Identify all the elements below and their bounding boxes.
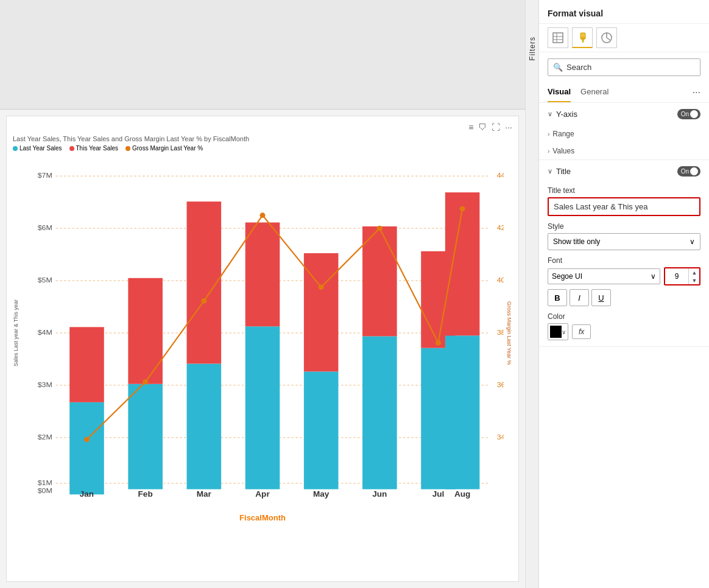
tab-general[interactable]: General: [580, 82, 608, 102]
svg-rect-28: [245, 222, 280, 326]
spin-buttons: ▲ ▼: [688, 268, 700, 284]
subsection-label-range: › Range: [548, 130, 574, 138]
svg-rect-29: [304, 371, 339, 489]
svg-point-44: [460, 206, 465, 212]
visual-general-tabs: Visual General ···: [539, 82, 709, 103]
svg-text:$5M: $5M: [38, 276, 52, 285]
svg-text:Aug: Aug: [454, 489, 470, 499]
chevron-right-values: ›: [548, 148, 549, 155]
tab-visual[interactable]: Visual: [548, 82, 571, 102]
toggle-circle-title: [690, 167, 698, 175]
spin-up-button[interactable]: ▲: [689, 268, 700, 276]
toggle-on-text-y-axis: On: [681, 111, 689, 117]
legend-label-lastyear: Last Year Sales: [19, 145, 62, 152]
svg-text:$0M: $0M: [38, 486, 52, 495]
svg-line-62: [607, 38, 610, 40]
bold-button[interactable]: B: [548, 289, 567, 306]
svg-text:44%: 44%: [497, 172, 504, 180]
chart-svg-wrapper: Sales Last year & This year $7M $6M $5M …: [13, 156, 512, 509]
svg-text:Apr: Apr: [255, 489, 269, 499]
svg-rect-30: [304, 253, 339, 371]
focus-icon[interactable]: ⛶: [492, 122, 500, 132]
title-text-input-wrapper: [548, 197, 700, 216]
hamburger-icon[interactable]: ≡: [468, 122, 473, 132]
subsection-range[interactable]: › Range: [539, 125, 709, 142]
subsection-values[interactable]: › Values: [539, 142, 709, 159]
values-label: Values: [552, 147, 574, 155]
chevron-down-color: ∨: [562, 329, 566, 335]
filters-panel: Filters: [525, 0, 538, 588]
legend-dot-lastyear: [13, 146, 18, 151]
y-axis-label: Y-axis: [556, 110, 577, 119]
table-icon-btn[interactable]: [548, 27, 568, 48]
svg-rect-27: [245, 326, 280, 489]
color-row: ∨ fx: [548, 323, 700, 340]
svg-rect-22: [69, 327, 104, 402]
search-input[interactable]: [566, 63, 695, 72]
font-label: Font: [548, 256, 700, 265]
svg-text:42%: 42%: [497, 224, 504, 233]
svg-point-39: [201, 298, 206, 304]
font-size-input[interactable]: [665, 269, 688, 284]
legend-item-lastyear: Last Year Sales: [13, 145, 62, 152]
svg-text:34%: 34%: [497, 433, 504, 441]
style-select[interactable]: Show title only ∨: [548, 233, 700, 250]
subsection-label-values: › Values: [548, 147, 574, 155]
search-icon: 🔍: [553, 63, 563, 72]
chart-toolbar: ≡ ⛉ ⛶ ···: [13, 122, 512, 132]
style-label: Style: [548, 222, 700, 231]
svg-text:May: May: [313, 489, 330, 499]
font-size-wrapper: ▲ ▼: [664, 267, 700, 285]
svg-text:Feb: Feb: [138, 489, 153, 499]
svg-text:$7M: $7M: [38, 172, 52, 180]
svg-text:Mar: Mar: [197, 489, 211, 499]
title-text-label: Title text: [548, 186, 700, 195]
svg-point-41: [319, 285, 324, 290]
svg-point-40: [259, 212, 265, 218]
svg-text:Jun: Jun: [372, 489, 387, 499]
color-picker[interactable]: ∨: [548, 323, 568, 340]
title-section-label: Title: [556, 167, 571, 176]
chevron-icon-title: ∨: [548, 167, 552, 175]
legend-item-thisyear: This Year Sales: [69, 145, 119, 152]
analytics-icon-btn[interactable]: [596, 27, 617, 48]
section-header-left-y-axis: ∨ Y-axis: [548, 110, 577, 119]
chevron-icon-y-axis: ∨: [548, 110, 552, 118]
svg-text:$6M: $6M: [38, 224, 52, 233]
tab-more-icon[interactable]: ···: [693, 87, 700, 98]
chevron-right-range: ›: [548, 131, 549, 138]
font-family-select[interactable]: Segoe UI ∨: [548, 268, 660, 284]
svg-text:Jan: Jan: [80, 489, 94, 499]
color-label: Color: [548, 312, 700, 321]
italic-button[interactable]: I: [570, 289, 589, 306]
title-section-content: Title text Style Show title only ∨ Font …: [539, 186, 709, 346]
more-icon[interactable]: ···: [505, 122, 512, 132]
title-text-input[interactable]: [549, 198, 699, 215]
chart-svg-area: $7M $6M $5M $4M $3M $2M $1M $0M 44% 42% …: [21, 156, 504, 509]
toggle-y-axis[interactable]: On: [677, 109, 700, 119]
filter-icon[interactable]: ⛉: [478, 122, 487, 132]
toggle-on-text-title: On: [681, 168, 689, 175]
svg-rect-59: [581, 37, 585, 40]
legend-item-grossmargin: Gross Margin Last Year %: [125, 145, 203, 152]
chart-title: Last Year Sales, This Year Sales and Gro…: [13, 135, 512, 142]
chart-container: ≡ ⛉ ⛶ ··· Last Year Sales, This Year Sal…: [6, 116, 519, 582]
svg-rect-23: [128, 384, 163, 489]
svg-rect-25: [187, 363, 222, 489]
chevron-down-style: ∨: [690, 237, 695, 246]
style-select-value: Show title only: [553, 237, 600, 246]
svg-text:38%: 38%: [497, 329, 504, 337]
panel-icon-group: [548, 27, 617, 48]
section-header-y-axis[interactable]: ∨ Y-axis On: [539, 103, 709, 125]
format-buttons: B I U: [548, 289, 700, 306]
fx-button[interactable]: fx: [572, 324, 591, 339]
search-bar[interactable]: 🔍: [548, 58, 700, 76]
paintbrush-icon-btn[interactable]: [572, 27, 593, 48]
spin-down-button[interactable]: ▼: [689, 276, 700, 284]
svg-rect-53: [553, 33, 563, 43]
toggle-title[interactable]: On: [677, 166, 700, 177]
x-axis-title: FiscalMonth: [13, 513, 512, 522]
underline-button[interactable]: U: [591, 289, 611, 306]
section-header-title[interactable]: ∨ Title On: [539, 160, 709, 183]
svg-rect-21: [69, 402, 104, 494]
